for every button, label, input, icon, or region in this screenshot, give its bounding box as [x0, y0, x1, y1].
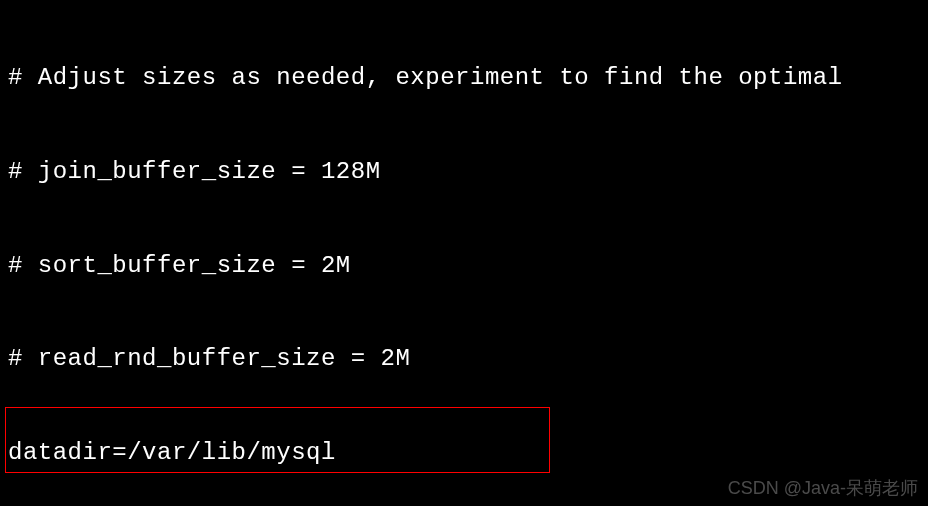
config-line-comment: # sort_buffer_size = 2M: [8, 250, 920, 281]
config-line-comment: # read_rnd_buffer_size = 2M: [8, 343, 920, 374]
terminal-editor[interactable]: # Adjust sizes as needed, experiment to …: [0, 0, 928, 506]
config-line-datadir: datadir=/var/lib/mysql: [8, 437, 920, 468]
watermark-text: CSDN @Java-呆萌老师: [728, 477, 918, 500]
config-line-comment: # Adjust sizes as needed, experiment to …: [8, 62, 920, 93]
config-line-comment: # join_buffer_size = 128M: [8, 156, 920, 187]
